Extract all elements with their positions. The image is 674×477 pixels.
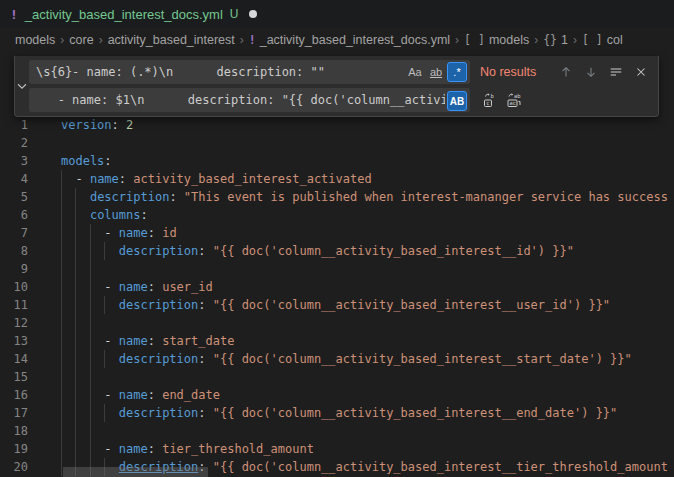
code-text: - name: id — [61, 224, 177, 242]
breadcrumb-item[interactable]: {}1 — [543, 33, 568, 47]
line-number: 3 — [0, 152, 28, 170]
code-line[interactable]: 16 - name: end_date — [0, 386, 674, 404]
line-number: 4 — [0, 170, 28, 188]
svg-text:b: b — [491, 93, 494, 99]
whole-word-button[interactable]: ab — [426, 62, 446, 82]
code-line[interactable]: 11 description: "{{ doc('column__activit… — [0, 296, 674, 314]
regex-button[interactable]: .* — [447, 62, 467, 82]
replace-input[interactable] — [36, 89, 467, 111]
breadcrumb-item[interactable]: activity_based_interest — [108, 33, 235, 47]
tab-active-file[interactable]: ! _activity_based_interest_docs.yml U — [10, 0, 267, 28]
code-text — [61, 260, 68, 278]
line-number: 14 — [0, 350, 28, 368]
next-match-button[interactable] — [580, 61, 602, 83]
code-line[interactable]: 10 - name: user_id — [0, 278, 674, 296]
tab-file-name: _activity_based_interest_docs.yml — [25, 7, 223, 22]
line-number: 13 — [0, 332, 28, 350]
code-line[interactable]: 19 - name: tier_threshold_amount — [0, 440, 674, 458]
code-line[interactable]: 14 description: "{{ doc('column__activit… — [0, 350, 674, 368]
close-find-widget-button[interactable] — [630, 61, 652, 83]
breadcrumb-separator: › — [99, 33, 103, 47]
breadcrumb-separator: › — [60, 33, 64, 47]
tab-bar: ! _activity_based_interest_docs.yml U — [0, 0, 674, 28]
code-text: - name: start_date — [61, 332, 234, 350]
breadcrumb-label: models — [15, 33, 55, 47]
code-text: version: 2 — [61, 116, 133, 134]
breadcrumb-label: activity_based_interest — [108, 33, 235, 47]
replace-all-icon: ab ac — [506, 92, 522, 108]
line-number: 12 — [0, 314, 28, 332]
code-line[interactable]: 17 description: "{{ doc('column__activit… — [0, 404, 674, 422]
yaml-symbol-icon: ! — [249, 33, 256, 47]
code-line[interactable]: 8 description: "{{ doc('column__activity… — [0, 242, 674, 260]
modified-dot-icon[interactable] — [249, 10, 257, 18]
object-symbol-icon: {} — [543, 33, 557, 47]
breadcrumb-item[interactable]: !_activity_based_interest_docs.yml — [249, 33, 450, 47]
find-in-selection-button[interactable] — [605, 61, 627, 83]
replace-button[interactable]: b c — [478, 89, 502, 111]
replace-icon: b c — [482, 92, 498, 108]
code-text: models: — [61, 152, 112, 170]
line-number: 17 — [0, 404, 28, 422]
code-line[interactable]: 18 — [0, 422, 674, 440]
code-line[interactable]: 2 — [0, 134, 674, 152]
code-line[interactable]: 15 — [0, 368, 674, 386]
selection-icon — [609, 65, 623, 79]
yaml-file-icon: ! — [10, 7, 18, 22]
code-line[interactable]: 9 — [0, 260, 674, 278]
arrow-down-icon — [584, 65, 598, 79]
line-number: 15 — [0, 368, 28, 386]
preserve-case-button[interactable]: AB — [447, 91, 467, 111]
breadcrumb-separator: › — [573, 33, 577, 47]
horizontal-scrollbar[interactable] — [63, 467, 208, 477]
breadcrumb-label: 1 — [561, 33, 568, 47]
code-line[interactable]: 13 - name: start_date — [0, 332, 674, 350]
arrow-up-icon — [559, 65, 573, 79]
code-text — [61, 134, 68, 152]
code-text: description: "{{ doc('column__activity_b… — [61, 242, 574, 260]
code-text: description: "{{ doc('column__activity_b… — [61, 404, 617, 422]
line-number: 18 — [0, 422, 28, 440]
line-number: 11 — [0, 296, 28, 314]
svg-text:ac: ac — [510, 100, 517, 106]
code-line[interactable]: 3models: — [0, 152, 674, 170]
line-number: 1 — [0, 116, 28, 134]
chevron-down-icon — [15, 79, 29, 93]
code-line[interactable]: 7 - name: id — [0, 224, 674, 242]
line-number: 19 — [0, 440, 28, 458]
code-text: description: "This event is published wh… — [61, 188, 668, 206]
line-number: 2 — [0, 134, 28, 152]
code-line[interactable]: 6 columns: — [0, 206, 674, 224]
replace-all-button[interactable]: ab ac — [502, 89, 526, 111]
line-number: 5 — [0, 188, 28, 206]
line-number: 8 — [0, 242, 28, 260]
code-line[interactable]: 5 description: "This event is published … — [0, 188, 674, 206]
breadcrumb: models›core›activity_based_interest›!_ac… — [0, 28, 674, 52]
code-text: - name: activity_based_interest_activate… — [61, 170, 372, 188]
breadcrumb-item[interactable]: [ ]col — [582, 33, 623, 47]
breadcrumb-label: col — [607, 33, 623, 47]
code-text: description: "{{ doc('column__activity_b… — [61, 350, 632, 368]
editor[interactable]: 1version: 22 3models:4 - name: activity_… — [0, 52, 674, 477]
find-input[interactable] — [36, 61, 404, 83]
code-text — [61, 422, 68, 440]
line-number: 6 — [0, 206, 28, 224]
replace-input-box: AB — [29, 88, 470, 112]
svg-text:c: c — [486, 100, 489, 106]
toggle-replace-button[interactable] — [15, 60, 29, 112]
find-results-status: No results — [480, 65, 552, 79]
code-line[interactable]: 12 — [0, 314, 674, 332]
breadcrumb-item[interactable]: core — [69, 33, 93, 47]
match-case-button[interactable]: Aa — [405, 62, 425, 82]
breadcrumb-item[interactable]: [ ]models — [464, 33, 529, 47]
breadcrumb-item[interactable]: models — [15, 33, 55, 47]
code-line[interactable]: 4 - name: activity_based_interest_activa… — [0, 170, 674, 188]
line-number: 10 — [0, 278, 28, 296]
git-status-badge: U — [230, 7, 239, 21]
code-text — [61, 368, 68, 386]
previous-match-button[interactable] — [555, 61, 577, 83]
code-line[interactable]: 1version: 2 — [0, 116, 674, 134]
breadcrumb-label: core — [69, 33, 93, 47]
breadcrumb-separator: › — [455, 33, 459, 47]
breadcrumb-label: models — [489, 33, 529, 47]
